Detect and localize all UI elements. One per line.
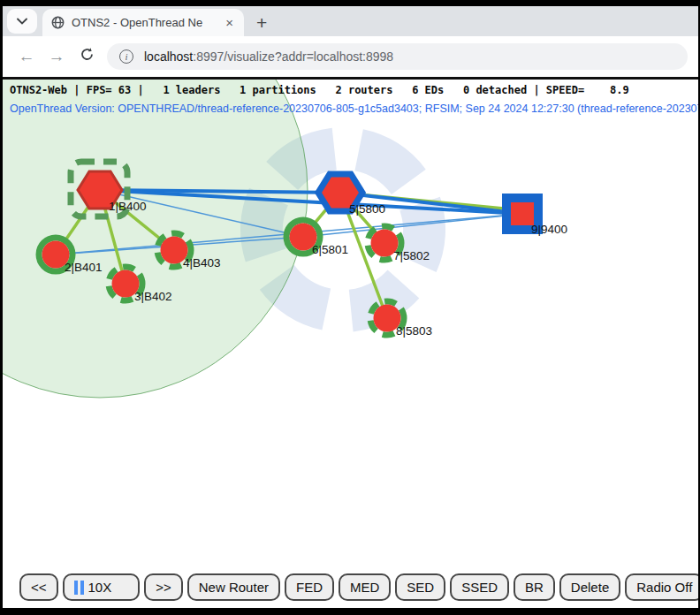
node-label: 5|5800 (349, 202, 385, 216)
node-label: 7|5802 (393, 249, 430, 262)
back-icon[interactable]: ← (11, 47, 42, 66)
simulation-canvas[interactable]: 1|B4002|B4013|B4024|B4035|58006|58017|58… (3, 77, 698, 605)
toolbar-button-delete[interactable]: Delete (559, 573, 620, 601)
forward-icon[interactable]: → (42, 47, 72, 66)
tab-title: OTNS2 - OpenThread Ne (72, 16, 222, 29)
node-label: 3|B402 (134, 290, 172, 303)
url-path: :8997/visualize?addr=localhost:8998 (193, 49, 393, 64)
toolbar-button-step-back[interactable]: << (19, 573, 58, 601)
toolbar-button-fed[interactable]: FED (285, 573, 334, 601)
globe-icon (51, 16, 65, 29)
url-text[interactable]: localhost:8997/visualize?addr=localhost:… (144, 49, 393, 64)
address-bar: ← → i localhost:8997/visualize?addr=loca… (3, 36, 698, 77)
browser-inner: OTNS2 - OpenThread Ne × + ← → i localhos… (3, 6, 698, 608)
toolbar-button-step-forward[interactable]: >> (144, 573, 183, 601)
reload-icon[interactable] (72, 47, 102, 66)
toolbar-button-label: Radio Off (636, 580, 692, 595)
toolbar-button-med[interactable]: MED (339, 573, 391, 601)
node-label: 1|B400 (109, 200, 147, 213)
node-label: 2|B401 (65, 261, 103, 274)
tab-search-button[interactable] (7, 9, 37, 34)
toolbar-button-label: 10X (88, 580, 112, 595)
node-label: 8|5803 (396, 324, 432, 338)
tab-strip: OTNS2 - OpenThread Ne × + (3, 6, 698, 36)
toolbar-button-label: SED (407, 580, 434, 595)
toolbar-button-label: FED (296, 580, 323, 595)
toolbar-button-speed[interactable]: 10X (63, 573, 141, 601)
toolbar-button-sed[interactable]: SED (395, 573, 445, 601)
tab-otns2[interactable]: OTNS2 - OpenThread Ne × (42, 9, 244, 36)
pause-icon (74, 581, 84, 595)
network-graph: 1|B4002|B4013|B4024|B4035|58006|58017|58… (3, 80, 698, 605)
node-label: 6|5801 (312, 243, 348, 256)
toolbar: <<10X>>New RouterFEDMEDSEDSSEDBRDeleteRa… (19, 573, 698, 601)
toolbar-button-new-router[interactable]: New Router (187, 573, 280, 601)
toolbar-button-ssed[interactable]: SSED (450, 573, 509, 601)
tab-close-icon[interactable]: × (222, 16, 237, 29)
browser-window: OTNS2 - OpenThread Ne × + ← → i localhos… (0, 0, 700, 615)
toolbar-button-label: New Router (199, 580, 269, 595)
new-tab-button[interactable]: + (256, 13, 267, 32)
toolbar-button-label: SSED (461, 580, 498, 595)
toolbar-button-br[interactable]: BR (514, 573, 555, 601)
url-bar[interactable]: i localhost:8997/visualize?addr=localhos… (107, 43, 688, 70)
toolbar-button-label: MED (350, 580, 379, 595)
node-label: 9|9400 (531, 223, 567, 236)
node-label: 4|B403 (183, 256, 221, 270)
toolbar-button-label: >> (156, 580, 171, 595)
toolbar-button-label: << (31, 580, 47, 595)
node-9-9400[interactable]: 9|9400 (506, 198, 567, 236)
chevron-down-icon (17, 18, 27, 25)
node-6-5801[interactable]: 6|5801 (286, 220, 348, 256)
url-host: localhost (144, 49, 193, 64)
toolbar-button-label: Delete (571, 580, 609, 595)
toolbar-button-label: BR (525, 580, 544, 595)
toolbar-button-radio-off[interactable]: Radio Off (625, 573, 698, 601)
page-info-icon[interactable]: i (119, 49, 133, 64)
